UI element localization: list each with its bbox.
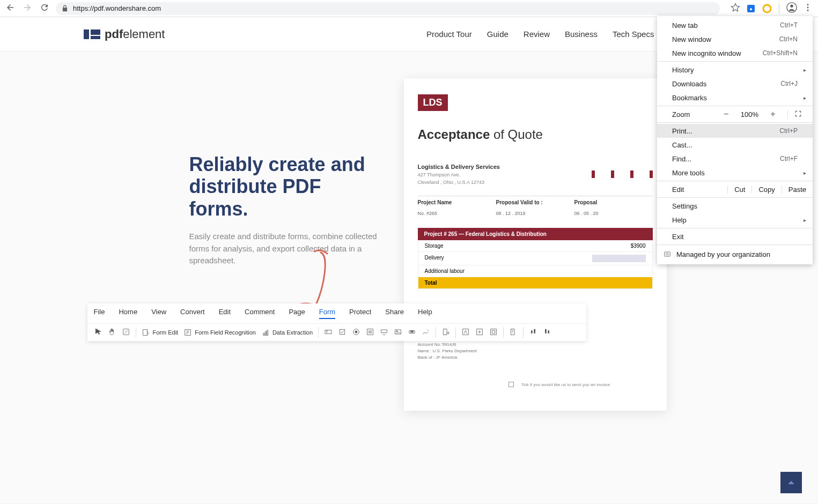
app-menu-home[interactable]: Home — [119, 308, 137, 319]
data-extraction-button[interactable]: Data Extraction — [261, 328, 313, 337]
svg-rect-27 — [463, 329, 469, 335]
zoom-in[interactable]: + — [768, 109, 778, 119]
hero-body: Easily create and distribute forms, comb… — [189, 231, 382, 267]
svg-point-6 — [807, 6, 809, 8]
svg-rect-14 — [265, 332, 266, 336]
fullscreen-icon[interactable] — [787, 110, 808, 119]
app-menu-edit[interactable]: Edit — [219, 308, 231, 319]
address-bar[interactable]: https://pdf.wondershare.com — [56, 2, 720, 15]
menu-paste[interactable]: Paste — [782, 186, 813, 194]
nav-guide[interactable]: Guide — [487, 29, 509, 39]
app-menu-convert[interactable]: Convert — [180, 308, 205, 319]
app-menu-form[interactable]: Form — [319, 308, 335, 319]
menu-exit[interactable]: Exit — [657, 229, 813, 243]
back-button[interactable] — [5, 3, 15, 14]
cursor-icon[interactable] — [94, 328, 102, 337]
nav-product-tour[interactable]: Product Tour — [426, 29, 472, 39]
reload-button[interactable] — [40, 3, 49, 14]
document-preview: LDS Acceptance of Quote Logistics & Deli… — [404, 78, 667, 411]
menu-find[interactable]: Find...Ctrl+F — [657, 152, 813, 166]
menu-downloads[interactable]: DownloadsCtrl+J — [657, 77, 813, 91]
tool-icon-c[interactable] — [489, 328, 498, 337]
svg-rect-26 — [443, 329, 447, 335]
forward-button[interactable] — [23, 3, 32, 14]
svg-rect-16 — [325, 330, 331, 334]
menu-edit-row: Edit Cut Copy Paste — [657, 182, 813, 196]
align-icon-2[interactable] — [543, 328, 551, 337]
app-menu-help[interactable]: Help — [418, 308, 432, 319]
hero-title: Reliably create and distribute PDF forms… — [189, 153, 382, 220]
textfield-icon[interactable] — [324, 328, 333, 337]
radio-tool-icon[interactable] — [352, 328, 360, 337]
site-logo[interactable]: pdfelement — [84, 27, 165, 41]
form-edit-button[interactable]: Form Edit — [142, 328, 179, 337]
listbox-icon[interactable] — [366, 328, 374, 337]
svg-point-5 — [807, 4, 809, 5]
svg-rect-17 — [340, 329, 344, 334]
app-menu-comment[interactable]: Comment — [245, 308, 275, 319]
svg-rect-11 — [143, 330, 147, 336]
menu-settings[interactable]: Settings — [657, 199, 813, 213]
menu-managed[interactable]: Managed by your organization — [657, 246, 813, 262]
svg-point-2 — [763, 5, 771, 12]
app-toolbar: File Home View Convert Edit Comment Page… — [87, 303, 586, 341]
import-data-icon[interactable] — [441, 328, 450, 337]
zoom-value: 100% — [741, 110, 758, 118]
svg-rect-15 — [267, 330, 268, 335]
tool-icon-d[interactable] — [509, 328, 518, 337]
menu-zoom: Zoom − 100% + — [657, 107, 813, 121]
menu-history[interactable]: History — [657, 63, 813, 77]
svg-point-19 — [355, 331, 357, 333]
app-menu-view[interactable]: View — [151, 308, 166, 319]
menu-new-window[interactable]: New windowCtrl+N — [657, 32, 813, 46]
zoom-out[interactable]: − — [721, 109, 731, 119]
menu-new-tab[interactable]: New tabCtrl+T — [657, 18, 813, 32]
menu-copy[interactable]: Copy — [751, 186, 781, 194]
menu-print[interactable]: Print...Ctrl+P — [657, 124, 813, 138]
menu-new-incognito[interactable]: New incognito windowCtrl+Shift+N — [657, 46, 813, 60]
nav-tech-specs[interactable]: Tech Specs — [613, 29, 654, 39]
hand-icon[interactable] — [108, 328, 116, 337]
doc-title: Acceptance of Quote — [418, 127, 653, 142]
tool-icon-b[interactable] — [475, 328, 484, 337]
app-menu-page[interactable]: Page — [289, 308, 305, 319]
tool-icon-a[interactable] — [461, 328, 470, 337]
svg-point-4 — [790, 4, 793, 8]
button-tool-icon[interactable]: OK — [408, 328, 416, 337]
svg-point-23 — [396, 331, 397, 332]
url-text: https://pdf.wondershare.com — [73, 4, 161, 12]
dropdown-icon[interactable] — [380, 328, 388, 337]
more-icon[interactable] — [803, 3, 813, 14]
menu-bookmarks[interactable]: Bookmarks — [657, 91, 813, 105]
account-icon[interactable] — [786, 2, 798, 16]
doc-badge: LDS — [418, 94, 448, 111]
checkbox-icon — [509, 382, 514, 387]
nav-review[interactable]: Review — [524, 29, 550, 39]
nav-business[interactable]: Business — [565, 29, 598, 39]
svg-text:OK: OK — [410, 330, 414, 333]
svg-rect-21 — [381, 330, 387, 332]
app-menu-share[interactable]: Share — [385, 308, 404, 319]
image-tool-icon[interactable] — [394, 328, 402, 337]
menu-cut[interactable]: Cut — [727, 186, 751, 194]
svg-point-7 — [807, 9, 809, 11]
star-icon[interactable] — [731, 3, 740, 14]
align-icon-1[interactable] — [529, 328, 537, 337]
ext-icon-2[interactable] — [762, 3, 772, 14]
ext-icon-1[interactable]: ● — [746, 3, 756, 14]
app-menu-file[interactable]: File — [94, 308, 105, 319]
browser-menu: New tabCtrl+T New windowCtrl+N New incog… — [657, 16, 813, 264]
edit-icon[interactable] — [122, 328, 130, 337]
menu-more-tools[interactable]: More tools — [657, 166, 813, 180]
menu-cast[interactable]: Cast... — [657, 138, 813, 152]
signature-tool-icon[interactable] — [422, 328, 430, 337]
form-recognition-button[interactable]: Form Field Recognition — [183, 328, 256, 337]
svg-text:●: ● — [749, 6, 752, 12]
app-menu-protect[interactable]: Protect — [349, 308, 371, 319]
svg-rect-29 — [491, 329, 497, 335]
svg-rect-13 — [263, 333, 264, 335]
scroll-top-button[interactable] — [780, 472, 802, 493]
menu-help[interactable]: Help — [657, 213, 813, 227]
checkbox-tool-icon[interactable] — [338, 328, 347, 337]
